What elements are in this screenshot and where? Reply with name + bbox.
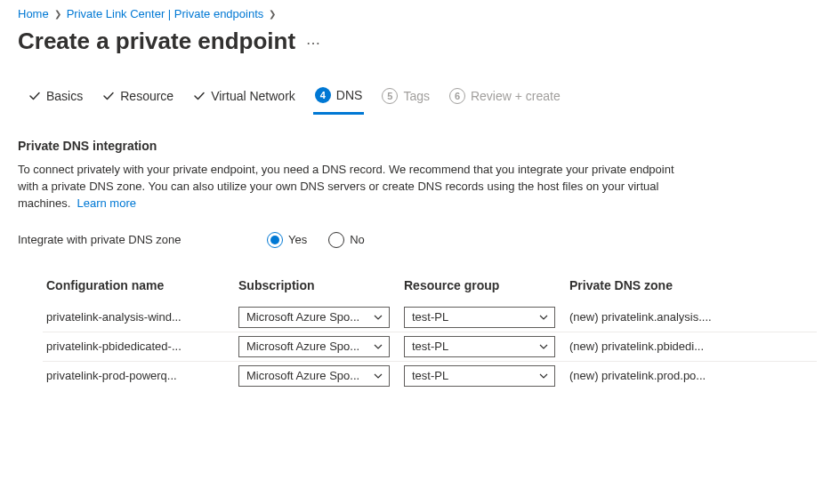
dropdown-value: test-PL bbox=[412, 310, 538, 324]
tab-label: Virtual Network bbox=[211, 89, 295, 103]
table-header: Configuration name Subscription Resource… bbox=[43, 271, 817, 303]
cell-config-name: privatelink-analysis-wind... bbox=[46, 308, 224, 326]
cell-private-dns-zone: (new) privatelink.analysis.... bbox=[569, 310, 813, 324]
dropdown-value: Microsoft Azure Spo... bbox=[246, 310, 373, 324]
col-resource-group: Resource group bbox=[404, 278, 555, 292]
col-private-dns-zone: Private DNS zone bbox=[569, 278, 813, 292]
dropdown-value: test-PL bbox=[412, 340, 538, 353]
wizard-tabs: Basics Resource Virtual Network 4 DNS 5 … bbox=[0, 80, 839, 114]
more-options-button[interactable]: ⋯ bbox=[306, 31, 322, 52]
resource-group-dropdown[interactable]: test-PL bbox=[404, 307, 555, 328]
radio-no[interactable]: No bbox=[328, 232, 365, 248]
tab-basics[interactable]: Basics bbox=[27, 82, 85, 112]
tab-review-create[interactable]: 6 Review + create bbox=[448, 81, 562, 113]
tab-label: Resource bbox=[120, 89, 173, 103]
tab-label: Basics bbox=[46, 89, 83, 103]
tab-label: Tags bbox=[403, 89, 430, 103]
subscription-dropdown[interactable]: Microsoft Azure Spo... bbox=[238, 365, 390, 387]
chevron-right-icon: ❯ bbox=[54, 9, 61, 19]
subscription-dropdown[interactable]: Microsoft Azure Spo... bbox=[238, 307, 390, 328]
breadcrumb-link-private-link-center[interactable]: Private Link Center | Private endpoints bbox=[67, 7, 264, 20]
chevron-right-icon: ❯ bbox=[269, 9, 276, 19]
radio-icon bbox=[328, 232, 344, 248]
cell-private-dns-zone: (new) privatelink.prod.po... bbox=[569, 369, 813, 382]
section-description: To connect privately with your private e… bbox=[18, 162, 676, 212]
table-row: privatelink-pbidedicated-... Microsoft A… bbox=[43, 332, 817, 362]
dropdown-value: Microsoft Azure Spo... bbox=[246, 340, 373, 353]
table-row: privatelink-analysis-wind... Microsoft A… bbox=[43, 303, 817, 332]
cell-private-dns-zone: (new) privatelink.pbidedi... bbox=[569, 340, 813, 353]
integrate-dns-field: Integrate with private DNS zone Yes No bbox=[18, 232, 783, 248]
step-badge: 6 bbox=[449, 88, 465, 104]
check-icon bbox=[193, 90, 206, 102]
tab-virtual-network[interactable]: Virtual Network bbox=[191, 82, 297, 112]
dropdown-value: test-PL bbox=[412, 369, 538, 382]
chevron-down-icon bbox=[373, 371, 383, 381]
chevron-down-icon bbox=[538, 371, 549, 381]
check-icon bbox=[102, 90, 115, 102]
step-badge: 4 bbox=[315, 87, 331, 103]
radio-label: No bbox=[350, 233, 365, 246]
table-row: privatelink-prod-powerq... Microsoft Azu… bbox=[43, 362, 817, 390]
dropdown-value: Microsoft Azure Spo... bbox=[246, 369, 373, 382]
radio-icon bbox=[267, 232, 283, 248]
page-title: Create a private endpoint bbox=[18, 28, 295, 55]
learn-more-link[interactable]: Learn more bbox=[77, 196, 135, 210]
page-header: Create a private endpoint ⋯ bbox=[0, 24, 839, 80]
resource-group-dropdown[interactable]: test-PL bbox=[404, 365, 555, 387]
step-badge: 5 bbox=[382, 88, 398, 104]
content-area: Private DNS integration To connect priva… bbox=[0, 139, 801, 390]
tab-label: DNS bbox=[336, 88, 363, 102]
chevron-down-icon bbox=[538, 312, 549, 323]
section-title: Private DNS integration bbox=[18, 139, 783, 153]
dns-config-table: Configuration name Subscription Resource… bbox=[43, 271, 817, 390]
radio-label: Yes bbox=[288, 233, 307, 246]
cell-config-name: privatelink-pbidedicated-... bbox=[46, 337, 224, 356]
col-subscription: Subscription bbox=[238, 278, 390, 292]
chevron-down-icon bbox=[373, 341, 383, 352]
subscription-dropdown[interactable]: Microsoft Azure Spo... bbox=[238, 336, 390, 357]
breadcrumb: Home ❯ Private Link Center | Private end… bbox=[0, 0, 839, 24]
col-config-name: Configuration name bbox=[46, 278, 224, 292]
tab-tags[interactable]: 5 Tags bbox=[380, 81, 432, 113]
integrate-dns-radio-group: Yes No bbox=[267, 232, 365, 248]
integrate-dns-label: Integrate with private DNS zone bbox=[18, 233, 267, 246]
radio-yes[interactable]: Yes bbox=[267, 232, 307, 248]
tab-resource[interactable]: Resource bbox=[101, 82, 175, 112]
tab-dns[interactable]: 4 DNS bbox=[313, 80, 365, 115]
tab-label: Review + create bbox=[471, 89, 561, 103]
resource-group-dropdown[interactable]: test-PL bbox=[404, 336, 555, 357]
chevron-down-icon bbox=[373, 312, 383, 323]
check-icon bbox=[28, 90, 41, 102]
cell-config-name: privatelink-prod-powerq... bbox=[46, 366, 224, 385]
chevron-down-icon bbox=[538, 341, 549, 352]
breadcrumb-link-home[interactable]: Home bbox=[18, 7, 49, 20]
